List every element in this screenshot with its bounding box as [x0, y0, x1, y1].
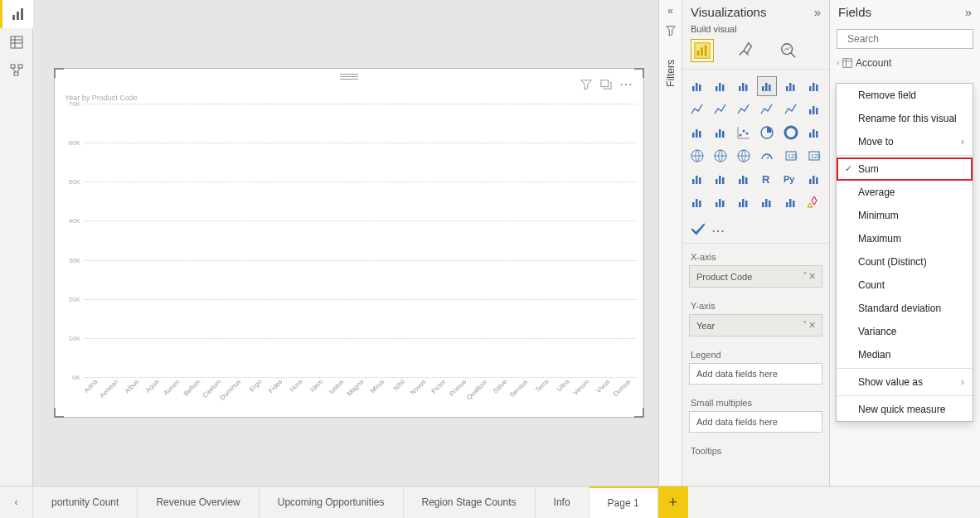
viz-type-column-stacked[interactable]: [781, 76, 801, 96]
viz-more-icon[interactable]: [691, 222, 706, 240]
ctx-count[interactable]: Count: [837, 274, 973, 297]
viz-type-map[interactable]: [687, 146, 707, 166]
viz-type-line-col[interactable]: [757, 99, 777, 119]
ctx-average[interactable]: Average: [837, 181, 973, 204]
viz-type-ai[interactable]: [804, 169, 824, 189]
small-multiples-well[interactable]: Add data fields here: [689, 411, 822, 433]
svg-rect-67: [722, 177, 725, 184]
filters-pane-collapsed[interactable]: « Filters: [658, 0, 682, 486]
ctx-sum[interactable]: Sum: [837, 157, 973, 181]
viz-type-apps[interactable]: [804, 192, 824, 212]
viz-type-r[interactable]: R: [757, 169, 777, 189]
report-view-icon[interactable]: [0, 0, 33, 28]
viz-type-azure-map[interactable]: [734, 146, 754, 166]
yaxis-well[interactable]: Year ˅ ✕: [689, 314, 822, 336]
svg-rect-81: [722, 201, 725, 207]
report-canvas: ··· Year by Product Code AdriaAeneanAlbu…: [33, 0, 980, 486]
ctx-count-distinct[interactable]: Count (Distinct): [837, 250, 973, 274]
tab-upcoming-opportunities[interactable]: Upcoming Opportunities: [260, 487, 404, 518]
svg-rect-85: [762, 202, 764, 207]
viz-type-area[interactable]: [711, 99, 730, 119]
well-actions[interactable]: ˅ ✕: [803, 271, 815, 282]
analytics-tab[interactable]: [777, 39, 800, 62]
svg-rect-93: [843, 59, 852, 68]
ctx-minimum[interactable]: Minimum: [837, 204, 973, 227]
viz-type-score[interactable]: [781, 192, 801, 212]
viz-type-narrative[interactable]: [734, 192, 754, 212]
viz-type-py[interactable]: Py: [781, 169, 801, 189]
visualizations-pane: Visualizations » Build visual 123123RPy …: [682, 0, 829, 486]
viz-type-treemap[interactable]: [804, 123, 824, 143]
viz-type-filled-map[interactable]: [711, 146, 730, 166]
ctx-remove-field[interactable]: Remove field: [837, 84, 973, 107]
viz-type-scatter[interactable]: [734, 123, 754, 143]
ctx-maximum[interactable]: Maximum: [837, 227, 973, 250]
fields-search[interactable]: [837, 29, 973, 49]
viz-type-bar-clustered[interactable]: [711, 76, 730, 96]
viz-type-line[interactable]: [687, 99, 707, 119]
viz-type-kpi[interactable]: [687, 169, 707, 189]
tab-opportunity-count[interactable]: portunity Count: [33, 487, 138, 518]
tab-region-stage-counts[interactable]: Region Stage Counts: [404, 487, 536, 518]
svg-rect-24: [722, 85, 725, 91]
viz-type-line-col2[interactable]: [781, 99, 801, 119]
resize-handle[interactable]: [634, 408, 644, 418]
ctx-stdev[interactable]: Standard deviation: [837, 297, 973, 320]
add-page-button[interactable]: +: [658, 487, 688, 518]
viz-type-bar-100[interactable]: [734, 76, 754, 96]
viz-type-bar-stacked[interactable]: [687, 76, 707, 96]
svg-rect-64: [699, 177, 701, 184]
build-visual-tab[interactable]: [691, 39, 714, 62]
ctx-median[interactable]: Median: [837, 343, 973, 366]
filter-icon[interactable]: [580, 79, 592, 93]
viz-type-column-clustered[interactable]: [757, 76, 777, 96]
svg-rect-70: [745, 177, 748, 184]
viz-type-paginated[interactable]: [757, 192, 777, 212]
collapse-viz-icon[interactable]: »: [814, 5, 821, 19]
viz-type-donut[interactable]: [781, 123, 801, 143]
legend-well[interactable]: Add data fields here: [689, 363, 822, 385]
ctx-rename-visual[interactable]: Rename for this visual: [837, 107, 973, 130]
svg-rect-89: [789, 199, 792, 207]
xaxis-well[interactable]: Product Code ˅ ✕: [689, 265, 822, 288]
focus-mode-icon[interactable]: [600, 79, 612, 93]
more-options-icon[interactable]: ···: [620, 79, 632, 90]
small-multiples-label: Small multiples: [682, 390, 829, 411]
viz-type-ribbon[interactable]: [804, 99, 824, 119]
ctx-variance[interactable]: Variance: [837, 320, 973, 343]
viz-type-multi-card[interactable]: 123: [804, 146, 824, 166]
well-actions[interactable]: ˅ ✕: [803, 320, 815, 331]
chart-visual[interactable]: ··· Year by Product Code AdriaAeneanAlbu…: [54, 68, 644, 418]
viz-type-card[interactable]: 123: [781, 146, 801, 166]
collapse-fields-icon[interactable]: »: [965, 5, 972, 19]
ctx-new-quick-measure[interactable]: New quick measure: [837, 398, 973, 421]
svg-rect-7: [11, 65, 15, 68]
tab-scroll-left[interactable]: ‹: [0, 487, 33, 518]
format-visual-tab[interactable]: [734, 39, 757, 62]
ctx-show-value-as[interactable]: Show value as: [837, 370, 973, 394]
svg-rect-37: [809, 109, 812, 114]
search-input[interactable]: [847, 33, 972, 45]
tab-info[interactable]: Info: [536, 487, 589, 518]
viz-type-decomp[interactable]: [687, 192, 707, 212]
resize-handle[interactable]: [54, 408, 64, 418]
viz-type-slicer[interactable]: [711, 169, 730, 189]
model-view-icon[interactable]: [0, 56, 33, 85]
viz-type-gauge[interactable]: [757, 146, 777, 166]
viz-more-options[interactable]: ···: [712, 225, 725, 237]
viz-type-waterfall[interactable]: [687, 123, 707, 143]
viz-type-pie[interactable]: [757, 123, 777, 143]
expand-filters-icon[interactable]: «: [667, 5, 673, 17]
tab-page-1[interactable]: Page 1: [589, 487, 658, 518]
viz-type-area-stacked[interactable]: [734, 99, 754, 119]
visual-drag-grip[interactable]: [55, 74, 643, 80]
svg-rect-68: [739, 179, 741, 184]
viz-type-qa[interactable]: [711, 192, 730, 212]
data-view-icon[interactable]: [0, 28, 33, 56]
field-table-account[interactable]: › Account: [830, 54, 980, 72]
viz-type-table[interactable]: [734, 169, 754, 189]
ctx-move-to[interactable]: Move to: [837, 130, 973, 153]
viz-type-column-100[interactable]: [804, 76, 824, 96]
tab-revenue-overview[interactable]: Revenue Overview: [138, 487, 259, 518]
viz-type-funnel[interactable]: [711, 123, 730, 143]
